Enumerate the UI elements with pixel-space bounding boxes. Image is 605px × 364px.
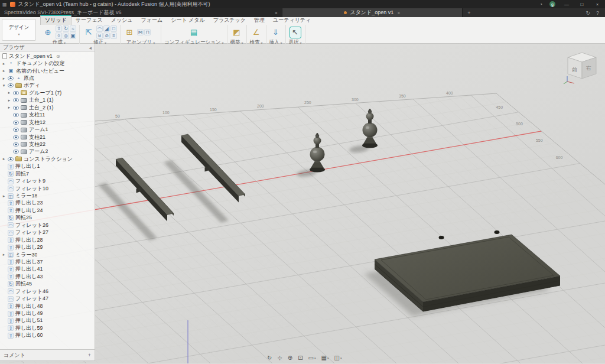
extrude-icon[interactable]: ⇧ xyxy=(56,25,62,32)
browser-item[interactable]: ⇧押し出し51 xyxy=(0,317,95,324)
visibility-eye-icon[interactable] xyxy=(8,76,14,80)
visibility-eye-icon[interactable] xyxy=(13,113,19,117)
hole-icon[interactable]: ◎ xyxy=(63,32,69,39)
shell-icon[interactable]: □ xyxy=(110,25,117,32)
browser-item[interactable]: 支柱21 xyxy=(0,134,95,141)
browser-item[interactable]: ▸+原点 xyxy=(0,74,95,82)
press-pull-icon[interactable]: ⇱ xyxy=(83,27,95,38)
zoom-icon[interactable]: ⊕ xyxy=(288,355,292,361)
browser-item[interactable]: ⇧押し出し49 xyxy=(0,310,95,317)
browser-item[interactable]: ◠フィレット47 xyxy=(0,295,95,302)
browser-item[interactable]: ◠フィレット26 xyxy=(0,222,95,229)
browser-item[interactable]: ⇧押し出し37 xyxy=(0,258,95,265)
browser-item[interactable]: ⇧押し出し28 xyxy=(0,236,95,243)
comments-bar[interactable]: コメント + xyxy=(0,350,95,361)
browser-item[interactable]: ⇧押し出し23 xyxy=(0,200,95,207)
notifications-icon[interactable]: ◔ xyxy=(536,2,546,7)
browser-item[interactable]: 支柱11 xyxy=(0,112,95,119)
ribbon-tab-管理[interactable]: 管理 xyxy=(250,16,269,25)
close-button[interactable]: × xyxy=(590,0,605,8)
browser-item[interactable]: ▸*ドキュメントの設定 xyxy=(0,60,95,67)
expand-arrow-icon[interactable]: ▸ xyxy=(2,194,6,199)
chamfer-icon[interactable]: ◢ xyxy=(103,25,110,32)
expand-arrow-icon[interactable]: ▸ xyxy=(2,252,6,257)
maximize-button[interactable]: □ xyxy=(574,0,590,8)
pan-icon[interactable]: ⊹ xyxy=(277,355,282,361)
expand-arrow-icon[interactable]: ▸ xyxy=(2,157,6,161)
browser-item[interactable]: ⇧押し出し29 xyxy=(0,243,95,251)
new-tab-button[interactable]: + xyxy=(463,8,476,17)
visibility-eye-icon[interactable] xyxy=(13,128,19,132)
new-component-icon[interactable]: ⊕ xyxy=(42,27,54,38)
expand-arrow-icon[interactable]: ▸ xyxy=(2,61,6,66)
post-body-2[interactable] xyxy=(362,109,378,148)
browser-item[interactable]: アーム2 xyxy=(0,148,95,155)
rigid-group-icon[interactable]: ⊓ xyxy=(144,29,151,35)
job-status-icon[interactable]: ↻ xyxy=(586,10,590,16)
visibility-eye-icon[interactable] xyxy=(13,150,19,154)
browser-item[interactable]: ▸土台_1 (1) xyxy=(0,97,95,104)
browser-item[interactable]: ↻回転25 xyxy=(0,214,95,222)
browser-item[interactable]: ↻回転45 xyxy=(0,281,95,288)
browser-root-item[interactable]: スタンド_open v1 ⊙ xyxy=(0,53,95,60)
browser-item[interactable]: ▸▣名前の付いたビュー xyxy=(0,67,95,74)
grid-settings-icon[interactable]: ▦▾ xyxy=(321,355,329,361)
browser-item[interactable]: ↻回転7 xyxy=(0,170,95,177)
browser-item[interactable]: ▾ボディ xyxy=(0,82,95,89)
ribbon-tab-プラスチック[interactable]: プラスチック xyxy=(209,16,250,25)
browser-item[interactable]: 支柱12 xyxy=(0,119,95,126)
help-icon[interactable]: ? xyxy=(596,10,599,16)
browser-item[interactable]: ▸土台_2 (1) xyxy=(0,104,95,111)
close-tab-icon[interactable]: × xyxy=(275,10,278,16)
select-icon[interactable]: ↖ xyxy=(290,27,301,38)
browser-item[interactable]: ⇧押し出し60 xyxy=(0,332,95,339)
browser-item[interactable]: ◠フィレット46 xyxy=(0,288,95,295)
arm-body-2[interactable] xyxy=(181,134,245,203)
browser-item[interactable]: ⇧押し出し48 xyxy=(0,303,95,310)
app-grid-icon[interactable]: ▦ xyxy=(2,2,7,7)
offset-face-icon[interactable]: ≡ xyxy=(110,32,117,39)
primitive-box-icon[interactable]: ▣ xyxy=(70,32,76,39)
display-settings-icon[interactable]: ▭▾ xyxy=(308,355,316,361)
expand-arrow-icon[interactable]: ▸ xyxy=(7,105,11,110)
ribbon-tab-ユーティリティ[interactable]: ユーティリティ xyxy=(269,16,315,25)
sweep-icon[interactable]: ≈ xyxy=(70,25,76,32)
browser-item[interactable]: ◠フィレット9 xyxy=(0,177,95,184)
viewport[interactable]: 50100150200250300350400450500550600 前 右 … xyxy=(0,44,605,363)
browser-item[interactable]: ⇧押し出し41 xyxy=(0,266,95,273)
browser-item[interactable]: ▸コンストラクション xyxy=(0,155,95,162)
browser-item[interactable]: アーム1 xyxy=(0,126,95,133)
visibility-radio-icon[interactable]: ⊙ xyxy=(56,54,60,59)
construction-plane-icon[interactable]: ◩ xyxy=(231,27,243,38)
visibility-eye-icon[interactable] xyxy=(13,106,19,110)
post-body-1[interactable] xyxy=(310,133,325,173)
browser-item[interactable]: ⇧押し出し24 xyxy=(0,207,95,214)
browser-item[interactable]: 支柱22 xyxy=(0,141,95,148)
insert-icon[interactable]: ⇓ xyxy=(270,27,282,38)
visibility-eye-icon[interactable] xyxy=(13,135,19,139)
visibility-eye-icon[interactable] xyxy=(13,121,19,125)
revolve-icon[interactable]: ↻ xyxy=(63,25,69,32)
visibility-eye-icon[interactable] xyxy=(13,98,19,102)
viewcube[interactable]: 前 右 xyxy=(562,46,601,85)
browser-item[interactable]: ▸グループ1 (7) xyxy=(0,89,95,96)
fillet-icon[interactable]: ◠ xyxy=(96,25,103,32)
ribbon-tab-サーフェス[interactable]: サーフェス xyxy=(71,16,107,25)
split-body-icon[interactable]: ⊘ xyxy=(103,32,110,39)
expand-comments-icon[interactable]: + xyxy=(88,352,91,358)
joint-icon[interactable]: ⋈ xyxy=(137,29,144,35)
fit-icon[interactable]: ⊡ xyxy=(298,355,302,361)
workspace-selector[interactable]: デザイン ▾ xyxy=(2,19,36,41)
measure-icon[interactable]: ∠ xyxy=(251,27,262,38)
ribbon-tab-シート メタル[interactable]: シート メタル xyxy=(167,16,209,25)
expand-arrow-icon[interactable]: ▸ xyxy=(7,90,11,95)
browser-item[interactable]: ◠フィレット27 xyxy=(0,229,95,236)
ribbon-tab-メッシュ[interactable]: メッシュ xyxy=(107,16,137,25)
user-avatar[interactable]: g xyxy=(549,1,555,7)
orbit-icon[interactable]: ↻ xyxy=(267,355,272,361)
visibility-eye-icon[interactable] xyxy=(8,157,14,161)
ribbon-tab-フォーム[interactable]: フォーム xyxy=(137,16,167,25)
combine-icon[interactable]: ⊎ xyxy=(96,32,103,39)
expand-arrow-icon[interactable]: ▸ xyxy=(7,98,11,103)
collapse-panel-icon[interactable]: ◂ xyxy=(89,45,92,51)
